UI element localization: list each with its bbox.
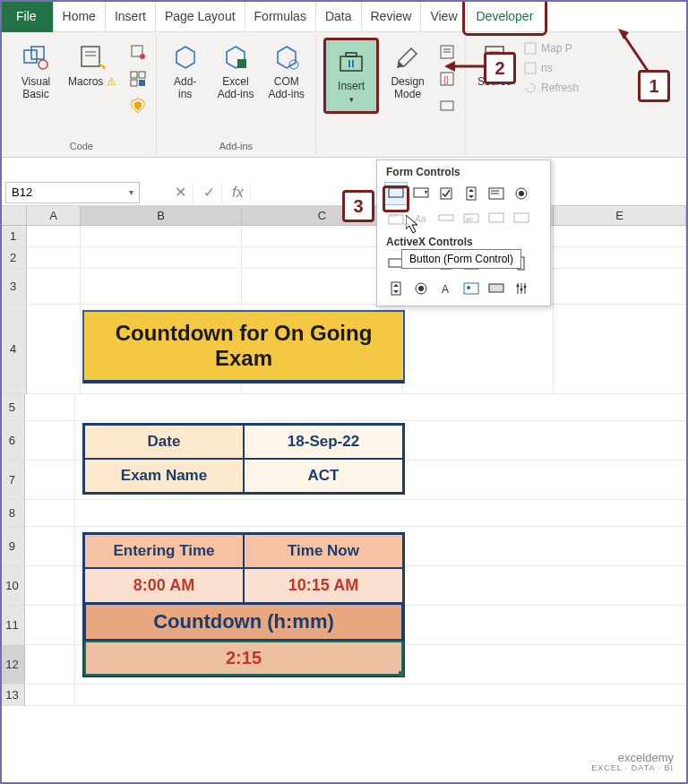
col-header-b[interactable]: B (81, 206, 242, 226)
insert-dropdown-panel: Form Controls xyz Aa ab ActiveX Controls… (376, 159, 551, 306)
tab-page-layout[interactable]: Page Layout (155, 0, 245, 32)
row-header-13[interactable]: 13 (0, 685, 25, 706)
time-table: Entering Time Time Now 8:00 AM 10:15 AM … (82, 532, 405, 677)
ax-toggle-icon[interactable] (485, 277, 508, 300)
form-option-icon[interactable] (510, 182, 533, 205)
relative-ref-icon[interactable] (127, 68, 149, 90)
group-code-label: Code (70, 137, 93, 151)
group-controls-label (390, 137, 392, 151)
refresh-data-button[interactable]: Refresh (523, 81, 579, 95)
svg-text:Aa: Aa (414, 214, 426, 224)
ax-label-icon[interactable]: A (434, 277, 458, 300)
excel-addins-button[interactable]: Excel Add-ins (214, 38, 258, 105)
visual-basic-button[interactable]: Visual Basic (14, 38, 57, 105)
cancel-formula-icon[interactable]: ✕ (168, 182, 194, 203)
form-textfield-icon[interactable]: ab (460, 207, 483, 230)
svg-rect-12 (139, 80, 145, 86)
row-header-2[interactable]: 2 (0, 247, 27, 269)
tab-home[interactable]: Home (53, 0, 105, 32)
tab-review[interactable]: Review (361, 0, 421, 32)
form-combo-icon[interactable] (409, 182, 433, 205)
form-button-icon[interactable] (384, 182, 408, 205)
enter-formula-icon[interactable]: ✓ (197, 182, 222, 203)
tab-formulas[interactable]: Formulas (245, 0, 315, 32)
svg-rect-36 (525, 63, 536, 73)
run-dialog-icon[interactable] (436, 95, 458, 116)
countdown-value[interactable]: 2:15 (84, 641, 403, 676)
excel-addins-icon (219, 41, 252, 73)
insert-controls-button[interactable]: Insert▾ (323, 38, 379, 114)
record-macro-icon[interactable] (127, 41, 149, 63)
macros-icon (76, 41, 108, 73)
time-now-value: 10:15 AM (244, 568, 403, 603)
row-header-3[interactable]: 3 (0, 269, 27, 305)
form-listbox-icon[interactable] (485, 182, 508, 205)
tab-data[interactable]: Data (315, 0, 361, 32)
tab-developer-label: Developer (477, 9, 534, 23)
row-header-1[interactable]: 1 (0, 226, 27, 247)
form-spin-icon[interactable] (460, 182, 483, 205)
select-all-corner[interactable] (0, 206, 27, 226)
toolbox-icon (335, 46, 367, 78)
com-addins-icon (271, 41, 303, 73)
svg-rect-10 (139, 72, 145, 78)
svg-rect-35 (525, 43, 536, 54)
callout-1: 1 (638, 70, 670, 102)
ax-more-icon[interactable] (510, 277, 533, 300)
row-header-4[interactable]: 4 (0, 305, 27, 394)
tab-insert[interactable]: Insert (105, 0, 155, 32)
fx-icon[interactable]: fx (226, 182, 251, 203)
form-controls-label: Form Controls (377, 160, 550, 182)
form-groupbox-icon[interactable]: xyz (384, 207, 408, 230)
name-box-dropdown-icon[interactable]: ▾ (129, 187, 133, 197)
svg-rect-37 (389, 188, 403, 197)
visual-basic-icon (20, 41, 52, 73)
info-table: Date 18-Sep-22 Exam Name ACT (82, 423, 405, 495)
row-header-8[interactable]: 8 (0, 500, 25, 527)
macros-label: Macros ⚠ (68, 75, 116, 88)
tab-developer[interactable]: Developer (467, 0, 543, 32)
row-header-6[interactable]: 6 (0, 421, 25, 461)
row-header-5[interactable]: 5 (0, 394, 25, 421)
name-box[interactable]: B12 ▾ (5, 182, 140, 203)
file-tab[interactable]: File (0, 0, 53, 32)
svg-point-77 (524, 286, 527, 289)
svg-rect-1 (31, 47, 44, 59)
col-header-e[interactable]: E (554, 206, 686, 226)
form-label-icon[interactable]: Aa (409, 207, 433, 230)
form-checkbox-icon[interactable] (434, 182, 458, 205)
svg-marker-42 (469, 189, 474, 192)
row-header-12[interactable]: 12 (0, 645, 25, 685)
entering-time-label: Entering Time (84, 534, 244, 568)
design-mode-icon (391, 41, 424, 73)
svg-text:xyz: xyz (390, 212, 398, 218)
row-header-9[interactable]: 9 (0, 527, 25, 566)
row-header-7[interactable]: 7 (0, 461, 25, 500)
addins-label: Add- ins (174, 75, 196, 101)
com-addins-button[interactable]: COM Add-ins (264, 38, 308, 105)
svg-rect-0 (24, 50, 37, 63)
form-scrollbar-icon[interactable] (434, 207, 458, 230)
macro-security-icon[interactable] (127, 95, 149, 116)
col-header-a[interactable]: A (27, 206, 81, 226)
addins-button[interactable]: Add- ins (164, 38, 207, 105)
expansion-packs-button[interactable]: ns (523, 61, 579, 75)
ax-image-icon[interactable] (460, 277, 483, 300)
svg-rect-3 (82, 47, 99, 66)
form-edit-icon[interactable] (510, 207, 533, 230)
form-combo2-icon[interactable] (485, 207, 508, 230)
macros-button[interactable]: Macros ⚠ (64, 38, 120, 91)
map-properties-button[interactable]: Map P (523, 41, 579, 56)
callout-2: 2 (484, 52, 516, 84)
svg-rect-74 (489, 284, 503, 292)
ax-option-icon[interactable] (409, 277, 433, 300)
tab-view[interactable]: View (420, 0, 466, 32)
watermark-sub: EXCEL · DATA · BI (591, 764, 674, 773)
entering-time-value: 8:00 AM (84, 568, 244, 603)
design-mode-button[interactable]: Design Mode (386, 38, 429, 105)
row-header-10[interactable]: 10 (0, 566, 25, 606)
svg-text:A: A (442, 283, 449, 296)
ax-spin-icon[interactable] (384, 277, 408, 300)
svg-point-75 (517, 285, 520, 288)
row-header-11[interactable]: 11 (0, 606, 25, 645)
